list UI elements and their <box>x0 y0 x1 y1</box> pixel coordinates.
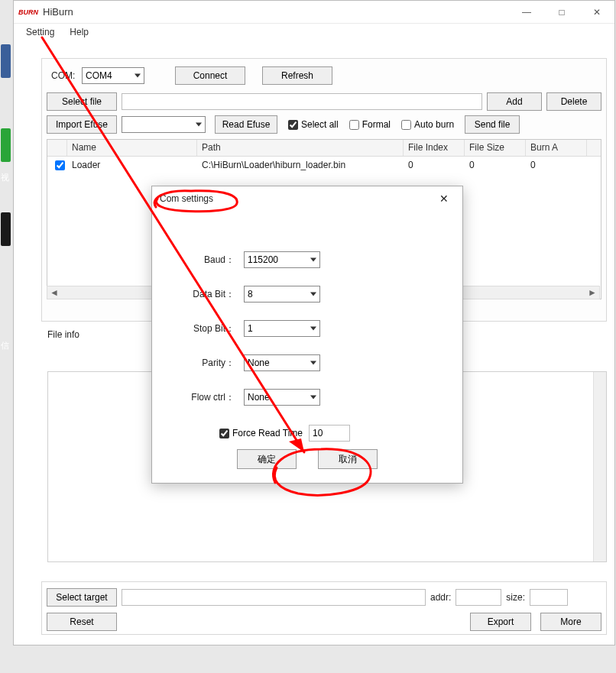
size-label: size: <box>506 592 525 603</box>
reset-button[interactable]: Reset <box>47 613 117 631</box>
app-logo: BURN <box>18 8 38 16</box>
window-title: HiBurn <box>43 6 509 18</box>
stop-bit-select[interactable]: 1 <box>244 320 320 337</box>
export-button[interactable]: Export <box>470 613 531 631</box>
parity-label: Parity： <box>152 357 244 370</box>
col-path[interactable]: Path <box>197 140 404 156</box>
select-target-button[interactable]: Select target <box>47 588 117 607</box>
maximize-button[interactable]: □ <box>544 1 579 24</box>
col-name[interactable]: Name <box>67 140 197 156</box>
refresh-button[interactable]: Refresh <box>262 66 332 85</box>
auto-burn-label: Auto burn <box>414 119 454 130</box>
addr-input[interactable] <box>456 589 501 606</box>
com-label: COM: <box>51 70 82 81</box>
menubar: Setting Help <box>14 24 614 40</box>
dialog-close-button[interactable]: ✕ <box>433 188 455 209</box>
dialog-buttons: 确定 取消 <box>152 449 462 469</box>
force-read-input[interactable]: 10 <box>309 425 350 442</box>
baud-value: 115200 <box>248 254 278 265</box>
efuse-select[interactable] <box>122 116 206 133</box>
titlebar: BURN HiBurn — □ ✕ <box>14 1 614 24</box>
select-all-label: Select all <box>301 119 339 130</box>
cell-file-index: 0 <box>404 160 465 170</box>
data-bit-select[interactable]: 8 <box>244 286 320 303</box>
menu-setting[interactable]: Setting <box>20 25 60 39</box>
flow-ctrl-value: None <box>248 392 270 403</box>
dialog-cancel-button[interactable]: 取消 <box>318 449 378 469</box>
scroll-left-icon[interactable]: ◄ <box>49 287 60 298</box>
minimize-button[interactable]: — <box>509 1 544 24</box>
data-bit-value: 8 <box>248 289 253 299</box>
read-efuse-button[interactable]: Read Efuse <box>215 115 277 134</box>
stop-bit-label: Stop Bit： <box>152 322 244 335</box>
log-vscrollbar[interactable] <box>593 372 606 561</box>
size-input[interactable] <box>530 589 568 606</box>
desktop-icon <box>1 212 11 246</box>
col-burn-addr[interactable]: Burn A <box>526 140 587 156</box>
bottom-groupbox: Select target addr: size: Reset Export M… <box>41 581 607 635</box>
select-file-button[interactable]: Select file <box>47 92 117 111</box>
flow-ctrl-label: Flow ctrl： <box>152 391 244 404</box>
parity-value: None <box>248 358 270 368</box>
col-file-index[interactable]: File Index <box>404 140 465 156</box>
com-port-value: COM4 <box>86 70 112 81</box>
more-button[interactable]: More <box>540 613 601 631</box>
force-read-label: Force Read Time <box>232 428 303 438</box>
select-all-checkbox[interactable]: Select all <box>288 119 339 130</box>
connect-button[interactable]: Connect <box>175 66 245 85</box>
com-settings-dialog: Com settings ✕ Baud： 115200 Data Bit： 8 … <box>151 186 463 484</box>
menu-help[interactable]: Help <box>63 25 95 39</box>
target-input[interactable] <box>122 589 426 606</box>
col-file-size[interactable]: File Size <box>465 140 526 156</box>
addr-label: addr: <box>430 592 451 603</box>
row-checkbox[interactable] <box>55 160 65 170</box>
desktop-label: 视 <box>1 172 9 183</box>
cell-name: Loader <box>67 160 197 170</box>
col-check[interactable] <box>47 140 67 156</box>
table-row[interactable]: Loader C:\HiBurn\Loader\hiburn_loader.bi… <box>47 157 601 173</box>
cell-path: C:\HiBurn\Loader\hiburn_loader.bin <box>197 160 404 170</box>
com-port-select[interactable]: COM4 <box>82 67 144 84</box>
scroll-right-icon[interactable]: ► <box>587 287 598 298</box>
send-file-button[interactable]: Send file <box>465 115 520 134</box>
delete-button[interactable]: Delete <box>546 92 601 111</box>
formal-checkbox[interactable]: Formal <box>349 119 391 130</box>
stop-bit-value: 1 <box>248 323 253 334</box>
flow-ctrl-select[interactable]: None <box>244 389 320 406</box>
force-read-checkbox[interactable]: Force Read Time <box>219 428 303 438</box>
window-controls: — □ ✕ <box>509 1 614 24</box>
desktop-label: 信 <box>1 340 9 351</box>
data-bit-label: Data Bit： <box>152 288 244 301</box>
desktop-icon <box>1 44 11 78</box>
parity-select[interactable]: None <box>244 354 320 371</box>
table-header: Name Path File Index File Size Burn A <box>47 140 601 157</box>
auto-burn-checkbox[interactable]: Auto burn <box>401 119 454 130</box>
cell-file-size: 0 <box>465 160 526 170</box>
add-button[interactable]: Add <box>487 92 542 111</box>
dialog-titlebar: Com settings ✕ <box>152 186 462 211</box>
baud-label: Baud： <box>152 254 244 267</box>
file-info-label: File info <box>47 329 79 340</box>
close-button[interactable]: ✕ <box>579 1 614 24</box>
dialog-title: Com settings <box>160 193 213 204</box>
file-path-input[interactable] <box>122 93 482 110</box>
dialog-ok-button[interactable]: 确定 <box>237 449 297 469</box>
desktop-icon <box>1 128 11 162</box>
cell-burn-addr: 0 <box>526 160 587 170</box>
formal-label: Formal <box>362 119 391 130</box>
baud-select[interactable]: 115200 <box>244 251 320 268</box>
import-efuse-button[interactable]: Import Efuse <box>47 115 117 134</box>
